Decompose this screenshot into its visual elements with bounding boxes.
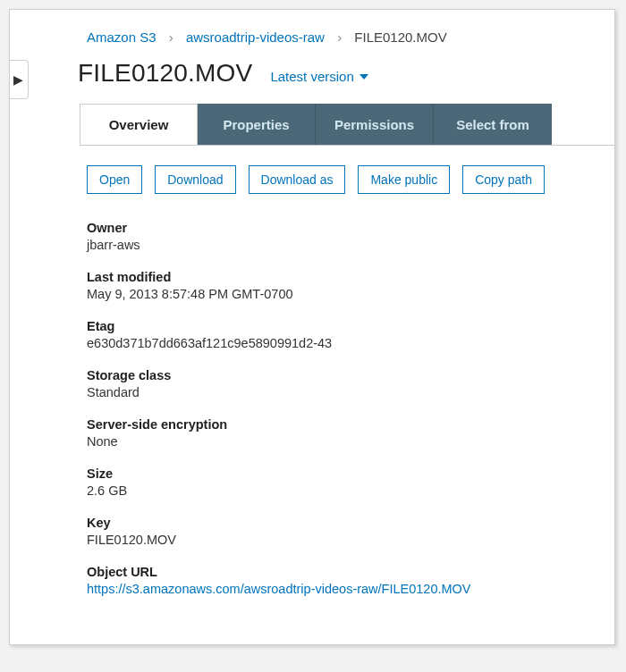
prop-size: Size 2.6 GB — [87, 466, 596, 498]
page-title: FILE0120.MOV — [78, 59, 252, 88]
tab-properties[interactable]: Properties — [198, 104, 316, 145]
owner-value: jbarr-aws — [87, 238, 596, 252]
key-value: FILE0120.MOV — [87, 533, 596, 547]
object-properties: Owner jbarr-aws Last modified May 9, 201… — [10, 199, 614, 596]
size-value: 2.6 GB — [87, 483, 596, 498]
storage-class-label: Storage class — [87, 368, 596, 382]
chevron-right-icon: ▶ — [13, 72, 23, 87]
last-modified-label: Last modified — [87, 270, 596, 284]
prop-key: Key FILE0120.MOV — [87, 516, 596, 547]
breadcrumb-bucket[interactable]: awsroadtrip-videos-raw — [186, 29, 325, 45]
version-dropdown[interactable]: Latest version — [270, 69, 368, 84]
expand-side-panel-button[interactable]: ▶ — [9, 60, 29, 99]
key-label: Key — [87, 516, 596, 530]
copy-path-button[interactable]: Copy path — [462, 165, 545, 194]
download-button[interactable]: Download — [155, 165, 235, 194]
object-url-label: Object URL — [87, 565, 596, 579]
prop-sse: Server-side encryption None — [87, 417, 596, 449]
prop-object-url: Object URL https://s3.amazonaws.com/awsr… — [87, 565, 596, 596]
breadcrumb: Amazon S3 › awsroadtrip-videos-raw › FIL… — [10, 10, 614, 54]
download-as-button[interactable]: Download as — [249, 165, 346, 194]
tab-bar: Overview Properties Permissions Select f… — [80, 104, 614, 146]
tab-overview[interactable]: Overview — [80, 104, 198, 145]
prop-storage-class: Storage class Standard — [87, 368, 596, 399]
prop-last-modified: Last modified May 9, 2013 8:57:48 PM GMT… — [87, 270, 596, 301]
etag-value: e630d371b7dd663af121c9e5890991d2-43 — [87, 336, 596, 350]
make-public-button[interactable]: Make public — [358, 165, 450, 194]
size-label: Size — [87, 466, 596, 481]
breadcrumb-object: FILE0120.MOV — [354, 29, 446, 45]
breadcrumb-root[interactable]: Amazon S3 — [87, 29, 156, 45]
version-label: Latest version — [270, 69, 353, 84]
storage-class-value: Standard — [87, 385, 596, 399]
tab-select-from[interactable]: Select from — [434, 104, 552, 145]
chevron-right-icon: › — [160, 29, 182, 45]
last-modified-value: May 9, 2013 8:57:48 PM GMT-0700 — [87, 287, 596, 301]
open-button[interactable]: Open — [87, 165, 142, 194]
etag-label: Etag — [87, 319, 596, 333]
object-url-link[interactable]: https://s3.amazonaws.com/awsroadtrip-vid… — [87, 582, 596, 596]
chevron-right-icon: › — [328, 29, 351, 45]
prop-owner: Owner jbarr-aws — [87, 221, 596, 252]
sse-value: None — [87, 434, 596, 449]
owner-label: Owner — [87, 221, 596, 235]
action-bar: Open Download Download as Make public Co… — [10, 146, 614, 199]
prop-etag: Etag e630d371b7dd663af121c9e5890991d2-43 — [87, 319, 596, 350]
object-detail-panel: ▶ Amazon S3 › awsroadtrip-videos-raw › F… — [9, 9, 615, 645]
sse-label: Server-side encryption — [87, 417, 596, 432]
tab-permissions[interactable]: Permissions — [316, 104, 434, 145]
caret-down-icon — [360, 74, 368, 80]
